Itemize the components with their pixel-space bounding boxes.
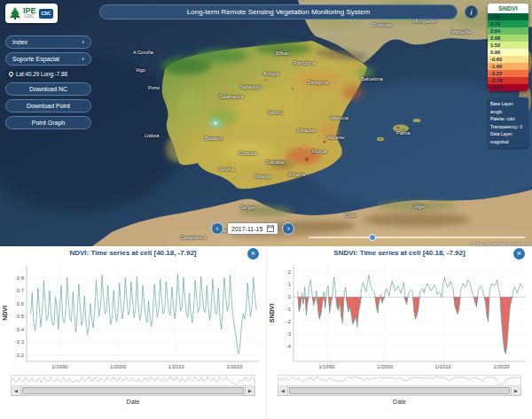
sndvi-chart[interactable]: 1/19901/20001/20101/2020-4-3-2-1012SNDVI [267, 260, 532, 374]
svg-text:1/1990: 1/1990 [318, 364, 335, 369]
range-mini-chart [278, 375, 521, 386]
ipe-logo-subtext: -CSIC [23, 15, 36, 19]
prev-date-button[interactable]: ‹ [211, 222, 223, 235]
csic-logo: CSIC [39, 9, 54, 19]
date-input[interactable]: 2017-11-15 [227, 222, 278, 235]
legend-scale: 5.264.702.642.081.520.96-0.60-1.66-2.22-… [488, 13, 528, 91]
ndvi-chart-panel: NDVI: Time series at cell [40.18, -7.92]… [0, 246, 266, 419]
soporte-espacial-button-label: Soporte Espacial [12, 56, 59, 62]
download-point-button[interactable]: Download Point [5, 99, 91, 113]
svg-text:1/2010: 1/2010 [435, 364, 452, 369]
legend-entry: -4.83 [488, 84, 528, 91]
svg-text:1/2010: 1/2010 [168, 364, 185, 369]
sndvi-chart-title: SNDVI: Time series at cell [40.18, -7.92… [267, 249, 532, 260]
svg-text:1/2020: 1/2020 [226, 364, 243, 369]
svg-text:1/1990: 1/1990 [51, 364, 68, 369]
svg-text:0.2: 0.2 [17, 353, 25, 358]
svg-text:0: 0 [288, 294, 292, 299]
app-title: Long-term Remote Sensing Vegetation Moni… [187, 8, 370, 16]
layer-info-line: Base Layer: arcgis [490, 100, 526, 115]
svg-text:1: 1 [288, 282, 292, 287]
layer-info-line: Palette: ndvi [490, 115, 526, 123]
index-button[interactable]: Index › [5, 35, 91, 49]
scrollbar-thumb[interactable] [289, 387, 510, 394]
download-nc-button[interactable]: Download NC [5, 82, 91, 96]
svg-text:-3: -3 [286, 331, 292, 337]
scrollbar-thumb[interactable] [22, 387, 244, 394]
legend-title: SNDVI [488, 4, 528, 13]
legend-entry: -0.60 [488, 56, 528, 63]
time-slider[interactable] [309, 237, 525, 238]
legend-entry: -1.66 [488, 63, 528, 70]
date-value: 2017-11-15 [231, 226, 262, 232]
close-icon[interactable]: × [247, 248, 259, 260]
scroll-right-button[interactable]: ▶ [511, 386, 520, 395]
legend-entry: 0.96 [488, 49, 528, 56]
sndvi-range-selector[interactable]: ◀ ▶ [278, 375, 521, 396]
sidebar: Index › Soporte Espacial › Lat:40.29 Lon… [5, 35, 91, 129]
svg-text:1/2000: 1/2000 [110, 364, 127, 369]
ndvi-range-selector[interactable]: ◀ ▶ [11, 375, 255, 396]
x-axis-title: Date [267, 399, 532, 405]
svg-text:-4: -4 [286, 344, 292, 349]
legend-entry: 5.26 [488, 13, 528, 20]
coordinates-text: Lat:40.29 Long:-7.88 [16, 71, 67, 77]
chevron-right-icon: › [82, 38, 84, 46]
charts-section: NDVI: Time series at cell [40.18, -7.92]… [0, 246, 532, 419]
range-scrollbar[interactable]: ◀ ▶ [11, 386, 255, 396]
svg-text:2: 2 [288, 269, 292, 275]
map-section: A CoruñaVigoPortoLisboaSevillaMadridVale… [0, 0, 532, 246]
close-icon[interactable]: × [513, 248, 525, 260]
layer-info-panel: Base Layer: arcgisPalette: ndviTranspare… [488, 97, 528, 148]
legend-entry: 1.52 [488, 42, 528, 49]
range-mini-chart [11, 375, 255, 386]
svg-text:-1: -1 [286, 306, 292, 312]
point-graph-button[interactable]: Point Graph [5, 116, 91, 129]
ndvi-chart-title: NDVI: Time series at cell [40.18, -7.92] [0, 249, 266, 260]
coordinates-label: Lat:40.29 Long:-7.88 [5, 69, 71, 79]
legend-panel: SNDVI 5.264.702.642.081.520.96-0.60-1.66… [488, 4, 528, 91]
ndvi-chart[interactable]: 1/19901/20001/20101/20200.20.30.40.50.60… [0, 260, 266, 374]
svg-text:1/2020: 1/2020 [493, 364, 510, 369]
svg-text:0.5: 0.5 [17, 314, 25, 319]
svg-text:NDVI: NDVI [2, 306, 8, 321]
legend-entry: -3.78 [488, 77, 528, 84]
x-axis-title: Date [0, 399, 266, 405]
svg-text:0.8: 0.8 [17, 275, 25, 281]
svg-text:0.3: 0.3 [17, 339, 25, 345]
legend-entry: 4.70 [488, 20, 528, 27]
scrollbar-track[interactable] [288, 386, 511, 395]
app-title-bar: Long-term Remote Sensing Vegetation Moni… [99, 4, 458, 19]
next-date-button[interactable]: › [282, 222, 294, 235]
scroll-left-button[interactable]: ◀ [278, 386, 288, 395]
range-scrollbar[interactable]: ◀ ▶ [278, 386, 521, 396]
scrollbar-track[interactable] [21, 386, 245, 395]
scroll-left-button[interactable]: ◀ [12, 386, 21, 395]
svg-text:0.7: 0.7 [17, 288, 25, 293]
logo-box: IPE -CSIC CSIC [5, 4, 58, 23]
location-icon [8, 71, 14, 77]
scroll-right-button[interactable]: ▶ [245, 386, 254, 395]
svg-text:0.4: 0.4 [17, 327, 25, 332]
sidebar-actions: Download NCDownload PointPoint Graph [5, 82, 91, 129]
ipe-tree-icon [10, 7, 20, 19]
date-control: ‹ 2017-11-15 › [211, 222, 294, 235]
calendar-icon [267, 225, 274, 232]
index-button-label: Index [12, 39, 27, 45]
legend-entry: 2.64 [488, 27, 528, 35]
legend-entry: 2.08 [488, 35, 528, 42]
legend-entry: -2.22 [488, 70, 528, 77]
chevron-right-icon: › [82, 55, 84, 63]
soporte-espacial-button[interactable]: Soporte Espacial › [5, 52, 91, 66]
layer-info-line: Data Layer: magnitud [490, 130, 526, 145]
layer-info-line: Transparency: 0 [490, 123, 526, 131]
svg-text:0.6: 0.6 [17, 301, 25, 306]
info-button[interactable]: i [465, 5, 478, 19]
svg-text:1/2000: 1/2000 [377, 364, 394, 369]
sndvi-chart-panel: SNDVI: Time series at cell [40.18, -7.92… [266, 246, 532, 419]
svg-text:SNDVI: SNDVI [269, 304, 275, 322]
svg-text:-2: -2 [286, 319, 292, 324]
